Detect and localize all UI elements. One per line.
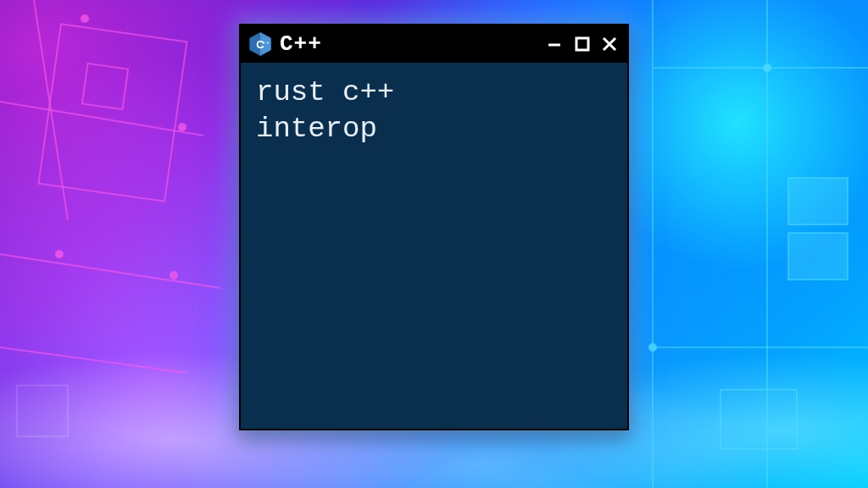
- titlebar[interactable]: C + + C++: [241, 25, 627, 63]
- maximize-button[interactable]: [573, 35, 592, 53]
- cpp-hex-icon: C + +: [248, 31, 273, 57]
- terminal-window: C + + C++ rust c++ interop: [239, 24, 629, 430]
- window-title: C++: [280, 31, 322, 57]
- close-button[interactable]: [600, 35, 619, 53]
- svg-rect-26: [576, 38, 588, 50]
- window-controls: [546, 35, 619, 53]
- svg-text:+: +: [266, 40, 269, 45]
- svg-text:+: +: [262, 40, 264, 45]
- terminal-content[interactable]: rust c++ interop: [241, 63, 627, 158]
- minimize-button[interactable]: [546, 35, 565, 53]
